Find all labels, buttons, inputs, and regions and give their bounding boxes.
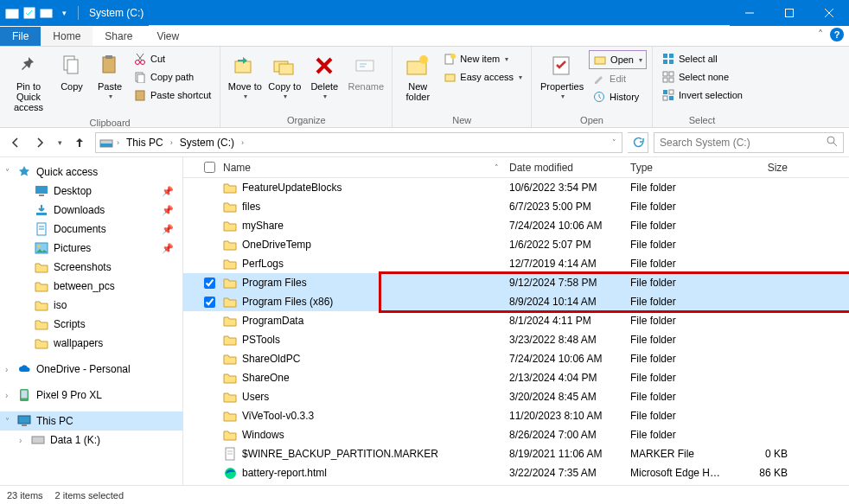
edit-button[interactable]: Edit bbox=[589, 70, 647, 87]
table-row[interactable]: PSTools3/23/2022 8:48 AMFile folder bbox=[183, 330, 849, 349]
tab-file[interactable]: File bbox=[0, 27, 41, 46]
sidebar-thispc[interactable]: ˅This PC bbox=[0, 411, 182, 431]
table-row[interactable]: Program Files (x86)8/9/2024 10:14 AMFile… bbox=[183, 292, 849, 311]
pin-icon bbox=[15, 52, 42, 80]
newitem-button[interactable]: New item▾ bbox=[439, 50, 526, 67]
column-headers[interactable]: Name˄ Date modified Type Size bbox=[183, 157, 849, 178]
sidebar-quickaccess[interactable]: ˅Quick access bbox=[0, 163, 182, 182]
table-row[interactable]: $WINRE_BACKUP_PARTITION.MARKER8/19/2021 … bbox=[183, 444, 849, 463]
chevron-right-icon[interactable]: › bbox=[169, 138, 175, 147]
sidebar-pixel[interactable]: ›Pixel 9 Pro XL bbox=[0, 386, 182, 405]
tab-share[interactable]: Share bbox=[93, 27, 144, 46]
chevron-right-icon[interactable]: › bbox=[115, 138, 121, 147]
copyto-button[interactable]: Copy to▾ bbox=[265, 48, 303, 105]
table-row[interactable]: OneDriveTemp1/6/2022 5:07 PMFile folder bbox=[183, 235, 849, 254]
table-row[interactable]: Windows8/26/2024 7:00 AMFile folder bbox=[183, 425, 849, 444]
sidebar-item[interactable]: Screenshots bbox=[0, 258, 182, 277]
table-row[interactable]: files6/7/2023 5:00 PMFile folder bbox=[183, 197, 849, 216]
cut-button[interactable]: Cut bbox=[130, 50, 214, 67]
minimize-button[interactable] bbox=[730, 0, 769, 26]
sidebar-data1[interactable]: ›Data 1 (K:) bbox=[0, 431, 182, 450]
col-name[interactable]: Name˄ bbox=[220, 162, 509, 174]
refresh-button[interactable] bbox=[628, 132, 648, 153]
history-button[interactable]: History bbox=[589, 88, 647, 105]
table-row[interactable]: ProgramData8/1/2024 4:11 PMFile folder bbox=[183, 311, 849, 330]
pin-quickaccess-button[interactable]: Pin to Quick access bbox=[5, 48, 52, 116]
sidebar-item[interactable]: Pictures📌 bbox=[0, 239, 182, 258]
copy-button[interactable]: Copy bbox=[54, 48, 90, 95]
search-input[interactable]: Search System (C:) bbox=[654, 132, 844, 153]
qat-properties-icon[interactable] bbox=[22, 6, 36, 20]
copypath-button[interactable]: Copy path bbox=[130, 68, 214, 86]
table-row[interactable]: PerfLogs12/7/2019 4:14 AMFile folder bbox=[183, 254, 849, 273]
row-checkbox[interactable] bbox=[204, 297, 215, 308]
easyaccess-button[interactable]: Easy access▾ bbox=[439, 68, 526, 86]
chevron-right-icon[interactable]: › bbox=[5, 391, 8, 400]
row-checkbox[interactable] bbox=[204, 278, 215, 289]
sidebar-item[interactable]: Downloads📌 bbox=[0, 201, 182, 220]
rename-button[interactable]: Rename bbox=[345, 48, 386, 95]
file-list[interactable]: FeatureUpdateBlocks10/6/2022 3:54 PMFile… bbox=[183, 178, 849, 485]
delete-button[interactable]: Delete▾ bbox=[305, 48, 343, 105]
moveto-button[interactable]: Move to▾ bbox=[226, 48, 264, 105]
address-bar[interactable]: › This PC › System (C:) › ˅ bbox=[95, 132, 622, 153]
col-size[interactable]: Size bbox=[736, 162, 796, 174]
back-button[interactable] bbox=[5, 132, 26, 153]
chevron-right-icon[interactable]: › bbox=[239, 138, 246, 147]
sidebar-item[interactable]: Scripts bbox=[0, 315, 182, 334]
table-row[interactable]: ShareOne2/13/2024 4:04 PMFile folder bbox=[183, 368, 849, 387]
up-button[interactable] bbox=[69, 132, 90, 153]
table-row[interactable]: Users3/20/2024 8:45 AMFile folder bbox=[183, 387, 849, 406]
close-button[interactable] bbox=[809, 0, 849, 26]
qat-newfolder-icon[interactable] bbox=[40, 6, 54, 20]
qat-customize-icon[interactable]: ▾ bbox=[57, 6, 71, 20]
svg-rect-52 bbox=[36, 213, 47, 215]
table-row[interactable]: ShareOldPC7/24/2024 10:06 AMFile folder bbox=[183, 349, 849, 368]
tab-view[interactable]: View bbox=[144, 27, 191, 46]
chevron-down-icon[interactable]: ˅ bbox=[5, 417, 10, 426]
breadcrumb-drive[interactable]: System (C:) bbox=[176, 135, 238, 150]
open-button[interactable]: Open▾ bbox=[589, 50, 647, 69]
svg-rect-20 bbox=[279, 64, 293, 74]
col-type[interactable]: Type bbox=[630, 162, 736, 174]
recent-button[interactable]: ▾ bbox=[54, 132, 66, 153]
table-row[interactable]: Program Files9/12/2024 7:58 PMFile folde… bbox=[183, 273, 849, 292]
invertselection-button[interactable]: Invert selection bbox=[658, 86, 746, 104]
sidebar-item[interactable]: between_pcs bbox=[0, 277, 182, 296]
table-row[interactable]: battery-report.html3/22/2024 7:35 AMMicr… bbox=[183, 463, 849, 482]
properties-button[interactable]: Properties▾ bbox=[537, 48, 587, 105]
table-row[interactable]: FeatureUpdateBlocks10/6/2022 3:54 PMFile… bbox=[183, 178, 849, 197]
newfolder-button[interactable]: New folder bbox=[398, 48, 437, 105]
table-row[interactable]: Recovery.txt6/18/2022 5:30 PMText Docume… bbox=[183, 482, 849, 485]
breadcrumb-thispc[interactable]: This PC bbox=[123, 135, 167, 150]
svg-rect-42 bbox=[663, 90, 667, 94]
table-row[interactable]: myShare7/24/2024 10:06 AMFile folder bbox=[183, 216, 849, 235]
sidebar-item[interactable]: Documents📌 bbox=[0, 220, 182, 239]
paste-button[interactable]: Paste▾ bbox=[92, 48, 128, 105]
file-date: 11/20/2023 8:10 AM bbox=[509, 410, 630, 422]
sidebar-item[interactable]: iso bbox=[0, 296, 182, 315]
forward-button[interactable] bbox=[29, 132, 50, 153]
addr-history-icon[interactable]: ˅ bbox=[610, 138, 618, 147]
svg-point-11 bbox=[136, 61, 140, 65]
help-icon[interactable]: ? bbox=[830, 28, 844, 41]
sidebar-item[interactable]: wallpapers bbox=[0, 334, 182, 353]
chevron-right-icon[interactable]: › bbox=[5, 365, 8, 374]
chevron-down-icon[interactable]: ˅ bbox=[5, 168, 10, 177]
paste-icon bbox=[96, 52, 124, 80]
table-row[interactable]: ViVeTool-v0.3.311/20/2023 8:10 AMFile fo… bbox=[183, 406, 849, 425]
collapse-ribbon-icon[interactable]: ˄ bbox=[818, 29, 823, 41]
tab-home[interactable]: Home bbox=[41, 27, 93, 46]
selectall-button[interactable]: Select all bbox=[658, 50, 746, 67]
cut-icon bbox=[133, 52, 147, 66]
selectnone-button[interactable]: Select none bbox=[658, 68, 746, 86]
nav-pane[interactable]: ˅Quick access Desktop📌Downloads📌Document… bbox=[0, 157, 183, 485]
sidebar-item[interactable]: Desktop📌 bbox=[0, 182, 182, 201]
sidebar-onedrive[interactable]: ›OneDrive - Personal bbox=[0, 360, 182, 379]
pasteshortcut-button[interactable]: Paste shortcut bbox=[130, 86, 214, 104]
select-all-checkbox[interactable] bbox=[204, 162, 215, 173]
maximize-button[interactable] bbox=[769, 0, 809, 26]
col-date[interactable]: Date modified bbox=[509, 162, 630, 174]
file-type: File folder bbox=[630, 277, 736, 289]
chevron-right-icon[interactable]: › bbox=[19, 436, 22, 445]
